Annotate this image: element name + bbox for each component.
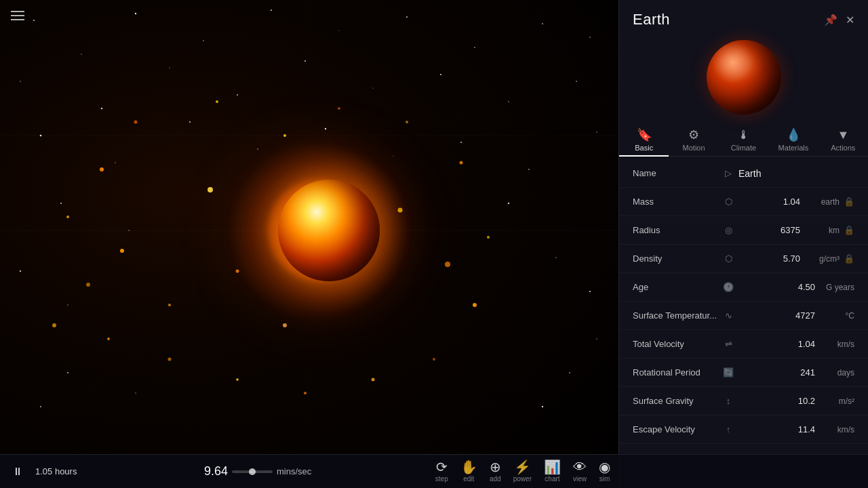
step-icon: ⟳ — [436, 460, 448, 474]
tool-power[interactable]: ⚡ power — [513, 460, 532, 483]
prop-row-surface-gravity: Surface Gravity ↕ 10.2 m/s² — [619, 387, 868, 415]
svg-point-53 — [473, 303, 477, 307]
right-bottom-toolbar — [618, 454, 868, 488]
tool-view[interactable]: 👁 view — [573, 460, 587, 483]
star-field — [0, 0, 618, 454]
lock-1-icon[interactable]: 🔒 — [844, 197, 854, 207]
prop-value-2: 6375 — [736, 225, 804, 235]
lock-2-icon[interactable]: 🔒 — [844, 225, 854, 235]
prop-unit-1: earth — [804, 197, 840, 207]
prop-label-6: Total Velocity — [633, 339, 721, 349]
svg-point-52 — [487, 236, 490, 239]
tool-add[interactable]: ⊕ add — [490, 460, 501, 483]
svg-point-57 — [236, 378, 239, 381]
view-icon: 👁 — [573, 460, 587, 474]
lock-3-icon[interactable]: 🔒 — [844, 253, 854, 264]
svg-point-27 — [596, 131, 597, 132]
prop-unit-3: g/cm³ — [804, 254, 840, 264]
prop-icon-3: ⬡ — [721, 253, 736, 264]
svg-point-65 — [283, 323, 287, 327]
svg-point-7 — [474, 47, 475, 48]
svg-point-12 — [169, 67, 170, 68]
prop-unit-9: km/s — [819, 425, 854, 434]
prop-row-name: Name ▷ Earth — [619, 159, 868, 188]
panel-header-icons: 📌 ✕ — [824, 14, 854, 26]
prop-icon-1: ⬡ — [721, 197, 736, 207]
prop-value-3: 5.70 — [736, 253, 804, 264]
prop-value-name: Earth — [736, 168, 854, 179]
prop-icon-9: ↑ — [721, 424, 736, 434]
toolbar-tools: ⟳ step ✋ edit ⊕ add ⚡ power 📊 chart 👁 vi… — [435, 460, 610, 483]
svg-point-9 — [589, 37, 590, 37]
tab-actions[interactable]: ▼ Actions — [818, 123, 868, 156]
pin-button[interactable]: 📌 — [824, 14, 837, 26]
tab-materials[interactable]: 💧 Materials — [768, 123, 818, 156]
prop-icon-4: 🕐 — [721, 282, 736, 292]
svg-point-5 — [338, 30, 339, 30]
speed-slider[interactable] — [232, 470, 273, 473]
panel-tabs: 🔖 Basic ⚙ Motion 🌡 Climate 💧 Materials ▼… — [619, 123, 868, 157]
pause-button[interactable]: ⏸ — [8, 462, 27, 481]
menu-button[interactable] — [11, 11, 24, 20]
svg-point-14 — [304, 60, 306, 62]
svg-point-3 — [203, 40, 204, 41]
svg-point-31 — [67, 304, 68, 305]
svg-point-38 — [40, 406, 41, 407]
tab-motion[interactable]: ⚙ Motion — [669, 123, 718, 156]
tool-sim[interactable]: ◉ sim — [599, 460, 610, 483]
svg-point-61 — [208, 187, 213, 192]
prop-value-4: 4.50 — [736, 282, 819, 292]
svg-point-33 — [555, 257, 557, 258]
svg-point-63 — [120, 249, 124, 253]
prop-icon-6: ⇌ — [721, 339, 736, 349]
svg-point-54 — [433, 358, 435, 361]
power-icon: ⚡ — [514, 460, 531, 474]
svg-point-56 — [304, 392, 307, 394]
svg-point-24 — [393, 155, 393, 156]
svg-point-11 — [101, 108, 102, 109]
basic-tab-icon: 🔖 — [637, 129, 652, 141]
svg-point-16 — [440, 74, 441, 75]
actions-tab-label: Actions — [831, 144, 855, 152]
speed-slider-thumb — [249, 468, 256, 475]
sim-icon: ◉ — [599, 460, 610, 474]
svg-point-18 — [576, 81, 577, 82]
prop-label-7: Rotational Period — [633, 367, 721, 378]
prop-value-8: 10.2 — [736, 396, 819, 406]
prop-row-density: Density ⬡ 5.70 g/cm³ 🔒 — [619, 245, 868, 273]
prop-value-6: 1.04 — [736, 339, 819, 349]
svg-point-55 — [372, 378, 375, 382]
svg-point-4 — [271, 9, 272, 11]
svg-point-41 — [100, 167, 104, 171]
svg-point-8 — [542, 23, 543, 24]
actions-tab-icon: ▼ — [837, 129, 849, 141]
prop-icon-8: ↕ — [721, 396, 736, 406]
prop-row-mass: Mass ⬡ 1.04 earth 🔒 — [619, 188, 868, 216]
tool-edit[interactable]: ✋ edit — [460, 460, 477, 483]
tab-climate[interactable]: 🌡 Climate — [719, 123, 768, 156]
svg-point-51 — [460, 161, 463, 165]
svg-point-44 — [216, 100, 218, 103]
time-display: 1.05 hours — [35, 466, 77, 476]
close-button[interactable]: ✕ — [846, 14, 854, 26]
add-label: add — [490, 475, 501, 483]
prop-value-5: 4727 — [736, 310, 819, 321]
materials-tab-icon: 💧 — [786, 129, 801, 141]
svg-point-62 — [398, 208, 403, 213]
svg-point-45 — [86, 283, 90, 287]
prop-icon-5: ∿ — [721, 310, 736, 321]
power-label: power — [513, 475, 532, 483]
prop-row-escape-velocity: Escape Velocity ↑ 11.4 km/s — [619, 415, 868, 444]
prop-label-2: Radius — [633, 225, 721, 235]
prop-unit-7: days — [819, 368, 854, 378]
panel-title: Earth — [633, 11, 670, 28]
add-icon: ⊕ — [490, 460, 501, 474]
svg-point-21 — [189, 121, 191, 123]
right-panel: Earth 📌 ✕ 🔖 Basic ⚙ Motion 🌡 Climate 💧 M… — [618, 0, 868, 488]
tool-chart[interactable]: 📊 chart — [544, 460, 561, 483]
prop-value-1: 1.04 — [736, 197, 804, 207]
svg-point-42 — [66, 216, 69, 218]
tab-basic[interactable]: 🔖 Basic — [619, 123, 669, 156]
tool-step[interactable]: ⟳ step — [435, 460, 448, 483]
panel-header: Earth 📌 ✕ — [619, 0, 868, 37]
